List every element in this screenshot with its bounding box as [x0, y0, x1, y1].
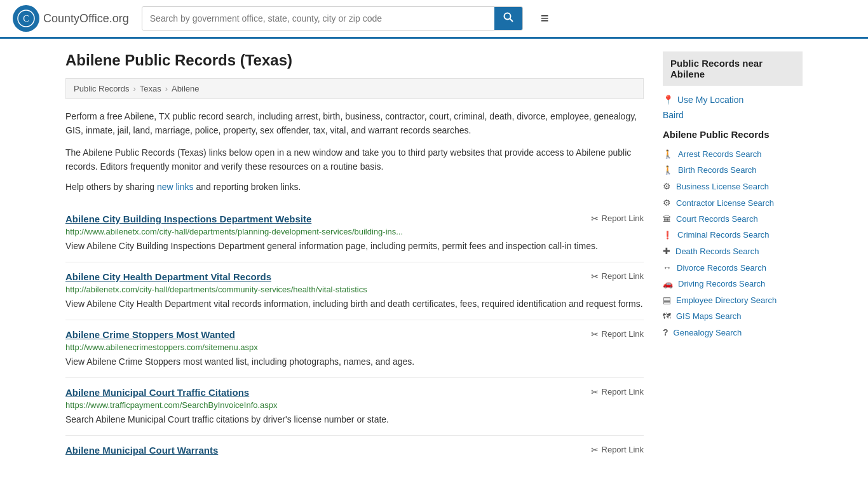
sidebar-item[interactable]: 🚶Birth Records Search: [663, 162, 803, 178]
record-title[interactable]: Abilene Municipal Court Warrants: [65, 445, 218, 456]
sidebar-item-label: Divorce Records Search: [677, 263, 766, 273]
sidebar-item[interactable]: ▤Employee Directory Search: [663, 292, 803, 308]
search-bar: [142, 6, 523, 30]
sidebar-item[interactable]: 🗺GIS Maps Search: [663, 308, 803, 324]
sidebar-title: Public Records near Abilene: [663, 51, 803, 86]
main-description: Perform a free Abilene, TX public record…: [65, 109, 644, 138]
exclaim-icon: ❗: [663, 231, 672, 240]
report-link[interactable]: ✂ Report Link: [591, 214, 644, 224]
sidebar-item[interactable]: ❗Criminal Records Search: [663, 227, 803, 243]
report-link[interactable]: ✂ Report Link: [591, 329, 644, 339]
sidebar-item-label: Contractor License Search: [676, 198, 774, 208]
record-entry: Abilene City Health Department Vital Rec…: [65, 262, 644, 320]
breadcrumb-texas[interactable]: Texas: [140, 84, 161, 93]
sidebar-item[interactable]: ↔Divorce Records Search: [663, 259, 803, 276]
record-description: View Abilene City Building Inspections D…: [65, 240, 644, 253]
record-entry: Abilene City Building Inspections Depart…: [65, 205, 644, 262]
logo-text: CountyOffice.org: [43, 12, 129, 25]
sidebar-item-label: Driving Records Search: [678, 279, 765, 288]
scissors-icon: ✂: [591, 329, 599, 339]
question-icon: ?: [663, 327, 668, 337]
location-icon: 📍: [663, 95, 674, 105]
record-url[interactable]: http://abilenetx.com/city-hall/departmen…: [65, 285, 644, 294]
sidebar-item[interactable]: ✚Death Records Search: [663, 243, 803, 259]
sidebar-item[interactable]: ⚙Business License Search: [663, 178, 803, 194]
sidebar-item[interactable]: 🚶Arrest Records Search: [663, 146, 803, 162]
sidebar-item-label: GIS Maps Search: [676, 311, 742, 321]
sidebar-items: 🚶Arrest Records Search🚶Birth Records Sea…: [663, 146, 803, 341]
share-text: Help others by sharing new links and rep…: [65, 182, 644, 192]
record-url[interactable]: https://www.trafficpayment.com/SearchByI…: [65, 400, 644, 410]
nearby-baird[interactable]: Baird: [663, 110, 803, 120]
sidebar-item[interactable]: ?Genealogy Search: [663, 324, 803, 341]
map-icon: 🗺: [663, 311, 671, 321]
breadcrumb: Public Records › Texas › Abilene: [65, 78, 644, 99]
logo[interactable]: C CountyOffice.org: [13, 5, 129, 32]
record-title[interactable]: Abilene City Building Inspections Depart…: [65, 214, 311, 224]
record-entry: Abilene Crime Stoppers Most Wanted✂ Repo…: [65, 320, 644, 378]
record-title[interactable]: Abilene City Health Department Vital Rec…: [65, 271, 271, 282]
gear-icon: ⚙: [663, 181, 671, 191]
use-my-location[interactable]: 📍 Use My Location: [663, 95, 803, 105]
search-input[interactable]: [142, 7, 494, 30]
sidebar: Public Records near Abilene 📍 Use My Loc…: [663, 51, 803, 467]
report-link[interactable]: ✂ Report Link: [591, 445, 644, 455]
record-url[interactable]: http://www.abilenecrimestoppers.com/site…: [65, 342, 644, 352]
svg-line-3: [510, 19, 513, 22]
sidebar-item-label: Criminal Records Search: [677, 230, 770, 240]
sidebar-item-label: Death Records Search: [675, 247, 759, 256]
new-links[interactable]: new links: [157, 182, 194, 192]
location-area: 📍 Use My Location Baird: [663, 95, 803, 120]
building-icon: 🏛: [663, 214, 671, 224]
cross-icon: ✚: [663, 246, 670, 256]
record-entry: Abilene Municipal Court Traffic Citation…: [65, 378, 644, 436]
report-link[interactable]: ✂ Report Link: [591, 387, 644, 397]
sidebar-records-title: Abilene Public Records: [663, 129, 803, 140]
sidebar-item-label: Birth Records Search: [678, 165, 757, 175]
menu-button[interactable]: ≡: [536, 8, 554, 29]
person-icon: 🚶: [663, 165, 673, 175]
records-list: Abilene City Building Inspections Depart…: [65, 205, 644, 467]
record-entry: Abilene Municipal Court Warrants✂ Report…: [65, 436, 644, 467]
record-description: View Abilene Crime Stoppers most wanted …: [65, 355, 644, 369]
record-description: View Abilene City Health Department vita…: [65, 297, 644, 311]
record-url[interactable]: http://www.abilenetx.com/city-hall/depar…: [65, 227, 644, 236]
sidebar-item[interactable]: 🚗Driving Records Search: [663, 276, 803, 292]
logo-icon: C: [13, 5, 39, 32]
scissors-icon: ✂: [591, 214, 599, 224]
sidebar-item-label: Business License Search: [676, 182, 769, 191]
sidebar-item-label: Arrest Records Search: [678, 149, 762, 159]
gear-icon: ⚙: [663, 198, 671, 208]
scissors-icon: ✂: [591, 271, 599, 281]
page-title: Abilene Public Records (Texas): [65, 51, 644, 69]
sidebar-item[interactable]: 🏛Court Records Search: [663, 211, 803, 227]
list-icon: ▤: [663, 295, 671, 305]
sidebar-item[interactable]: ⚙Contractor License Search: [663, 194, 803, 211]
search-button[interactable]: [494, 7, 522, 30]
person-icon: 🚶: [663, 149, 673, 159]
breadcrumb-abilene: Abilene: [172, 84, 199, 93]
record-title[interactable]: Abilene Municipal Court Traffic Citation…: [65, 387, 249, 398]
secondary-description: The Abilene Public Records (Texas) links…: [65, 146, 644, 174]
sidebar-item-label: Employee Directory Search: [676, 295, 776, 305]
sidebar-item-label: Genealogy Search: [674, 328, 742, 337]
breadcrumb-public-records[interactable]: Public Records: [74, 84, 129, 93]
scissors-icon: ✂: [591, 387, 599, 397]
car-icon: 🚗: [663, 279, 673, 288]
record-description: Search Abilene Municipal Court traffic c…: [65, 413, 644, 426]
sidebar-item-label: Court Records Search: [676, 214, 758, 224]
arrows-icon: ↔: [663, 262, 672, 273]
svg-point-2: [504, 13, 510, 20]
svg-text:C: C: [23, 14, 29, 24]
scissors-icon: ✂: [591, 445, 599, 455]
record-title[interactable]: Abilene Crime Stoppers Most Wanted: [65, 329, 235, 340]
report-link[interactable]: ✂ Report Link: [591, 271, 644, 281]
